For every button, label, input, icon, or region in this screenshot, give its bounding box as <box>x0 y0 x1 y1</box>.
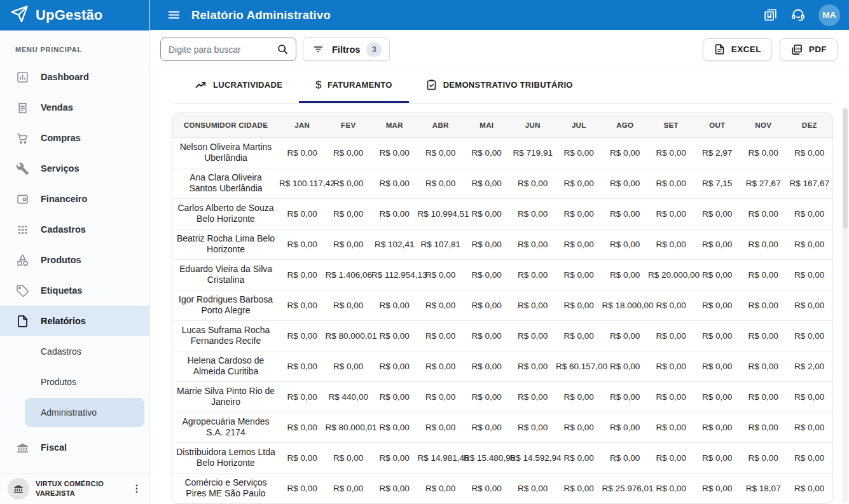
amount-cell: R$ 0,00 <box>279 473 326 503</box>
amount-cell: R$ 0,00 <box>418 381 464 412</box>
amount-cell: R$ 0,00 <box>371 320 418 351</box>
amount-cell: R$ 0,00 <box>371 381 418 412</box>
tab-lucratividade[interactable]: LUCRATIVIDADE <box>178 69 299 103</box>
topbar: Relatório Administrativo <box>150 0 849 30</box>
amount-cell: R$ 0,00 <box>648 168 694 198</box>
amount-cell: R$ 0,00 <box>787 473 833 503</box>
sidebar-item-fiscal[interactable]: Fiscal <box>0 432 149 463</box>
amount-cell: R$ 0,00 <box>279 259 326 290</box>
sidebar-subitem-administrativo[interactable]: Administrativo <box>25 398 144 427</box>
amount-cell: R$ 0,00 <box>740 198 787 229</box>
sidebar-item-produtos[interactable]: Produtos <box>0 245 149 275</box>
paper-plane-logo-icon <box>10 4 29 26</box>
filters-label: Filtros <box>332 44 360 55</box>
sidebar-item-servicos[interactable]: Serviços <box>0 153 149 184</box>
amount-cell: R$ 0,00 <box>418 473 464 503</box>
amount-cell: R$ 0,00 <box>510 259 556 290</box>
user-avatar[interactable]: MA <box>818 4 840 26</box>
amount-cell: R$ 0,00 <box>464 137 510 168</box>
consumer-name-cell: Ana Clara Oliveira Santos Uberlândia <box>172 168 279 198</box>
amount-cell: R$ 0,00 <box>418 412 464 442</box>
menu-section-label: MENU PRINCIPAL <box>15 46 149 53</box>
amount-cell: R$ 0,00 <box>464 412 510 442</box>
amount-cell: R$ 25.976,01 <box>602 473 649 503</box>
sidebar-subitem-produtos[interactable]: Produtos <box>0 367 149 397</box>
sidebar-item-label: Financeiro <box>41 194 87 204</box>
amount-cell: R$ 0,00 <box>556 259 602 290</box>
amount-cell: R$ 0,00 <box>371 168 418 198</box>
column-header: JAN <box>279 113 326 137</box>
search-icon[interactable] <box>276 43 289 56</box>
filters-count-badge: 3 <box>366 42 382 57</box>
sidebar: UpGestão MENU PRINCIPAL Dashboard Vendas <box>0 0 150 504</box>
amount-cell: R$ 27,67 <box>740 168 787 198</box>
sidebar-item-label: Dashboard <box>41 72 89 82</box>
amount-cell: R$ 0,00 <box>464 198 510 229</box>
amount-cell: R$ 2,00 <box>787 351 833 381</box>
amount-cell: R$ 0,00 <box>694 320 741 351</box>
sidebar-item-financeiro[interactable]: Financeiro <box>0 184 149 214</box>
excel-label: EXCEL <box>731 44 761 54</box>
sidebar-item-label: Cadastros <box>41 224 86 235</box>
table-row: Lucas Suframa Rocha Fernandes RecifeR$ 0… <box>172 320 832 351</box>
pdf-export-button[interactable]: PDF PDF <box>780 38 838 61</box>
vertical-scrollbar[interactable] <box>843 108 848 503</box>
amount-cell: R$ 167,67 <box>787 168 833 198</box>
amount-cell: R$ 0,00 <box>787 290 833 320</box>
table-row: Marrie Silva Pinto Rio de JaneiroR$ 0,00… <box>172 381 832 412</box>
amount-cell: R$ 0,00 <box>326 290 372 320</box>
amount-cell: R$ 0,00 <box>787 381 833 412</box>
amount-cell: R$ 0,00 <box>464 473 510 503</box>
sidebar-subitem-cadastros[interactable]: Cadastros <box>0 336 149 367</box>
amount-cell: R$ 0,00 <box>279 320 326 351</box>
sidebar-item-etiquetas[interactable]: Etiquetas <box>0 275 149 306</box>
tab-label: LUCRATIVIDADE <box>213 80 282 90</box>
table-row: Nelson Oliveira Martins UberlândiaR$ 0,0… <box>172 137 832 168</box>
consumer-name-cell: Comércio e Serviços Pires ME São Paulo <box>172 473 279 503</box>
column-header: ABR <box>418 113 464 137</box>
sidebar-item-vendas[interactable]: Vendas <box>0 92 149 123</box>
filters-button[interactable]: Filtros 3 <box>303 37 390 61</box>
amount-cell: R$ 0,00 <box>694 412 741 442</box>
amount-cell: R$ 80.000,01 <box>326 320 372 351</box>
column-header: OUT <box>694 113 741 137</box>
company-footer: VIRTUX COMÉRCIO VAREJISTA <box>0 473 149 504</box>
column-header: MAR <box>371 113 418 137</box>
sidebar-nav: Dashboard Vendas Compras <box>0 62 149 473</box>
support-headset-icon[interactable] <box>790 8 806 23</box>
table-row: Carlos Alberto de Souza Belo HorizonteR$… <box>172 198 832 229</box>
sidebar-item-label: Produtos <box>41 255 81 265</box>
amount-cell: R$ 0,00 <box>648 198 694 229</box>
amount-cell: R$ 0,00 <box>371 412 418 442</box>
sidebar-item-compras[interactable]: Compras <box>0 123 149 153</box>
tab-faturamento[interactable]: $ FATURAMENTO <box>299 69 409 103</box>
brand-name: UpGestão <box>36 7 103 24</box>
hamburger-menu-icon[interactable] <box>167 8 181 22</box>
excel-export-button[interactable]: EXCEL <box>703 38 772 61</box>
clipboard-check-icon <box>425 79 438 91</box>
report-table-body: Nelson Oliveira Martins UberlândiaR$ 0,0… <box>172 137 832 503</box>
amount-cell: R$ 0,00 <box>510 290 556 320</box>
tabs: LUCRATIVIDADE $ FATURAMENTO DEMONSTRATIV… <box>172 69 833 104</box>
amount-cell: R$ 0,00 <box>648 412 694 442</box>
amount-cell: R$ 10.994,51 <box>418 198 464 229</box>
sidebar-item-dashboard[interactable]: Dashboard <box>0 62 149 92</box>
sidebar-item-relatorios[interactable]: Relatórios <box>0 306 149 336</box>
kebab-menu-icon[interactable] <box>130 482 143 495</box>
amount-cell: R$ 112.954,13 <box>371 259 418 290</box>
tab-demonstrativo-tributario[interactable]: DEMONSTRATIVO TRIBUTÁRIO <box>409 69 590 103</box>
content: CONSUMIDOR CIDADEJANFEVMARABRMAIJUNJULAG… <box>150 104 849 504</box>
sidebar-item-label: Etiquetas <box>41 285 82 296</box>
search-input[interactable] <box>169 44 276 55</box>
table-row: Eduardo Vieira da Silva CristalinaR$ 0,0… <box>172 259 832 290</box>
sidebar-item-cadastros[interactable]: Cadastros <box>0 214 149 245</box>
scrollbar-thumb[interactable] <box>843 108 848 229</box>
excel-file-icon <box>714 43 726 55</box>
amount-cell: R$ 60.157,00 <box>556 351 602 381</box>
amount-cell: R$ 0,00 <box>464 320 510 351</box>
bookmarks-icon[interactable] <box>763 8 778 22</box>
receipt-icon <box>15 100 29 114</box>
table-row: Agropecuária Mendes S.A. 2174R$ 0,00R$ 8… <box>172 412 832 442</box>
amount-cell: R$ 0,00 <box>602 381 649 412</box>
amount-cell: R$ 0,00 <box>556 198 602 229</box>
